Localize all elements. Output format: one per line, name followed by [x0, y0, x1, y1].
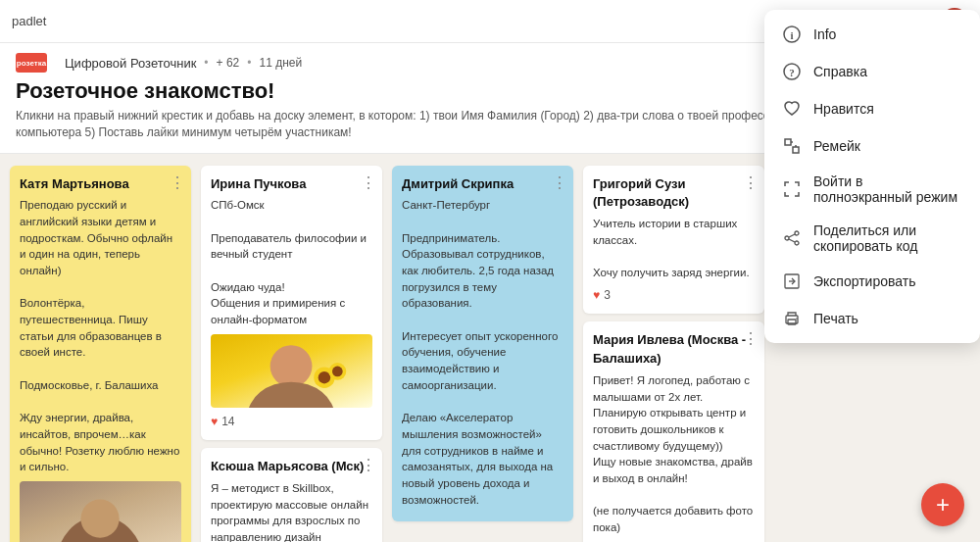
card-image-placeholder — [20, 481, 181, 542]
help-icon: ? — [782, 62, 802, 81]
svg-rect-18 — [785, 139, 791, 145]
remake-icon — [782, 136, 802, 156]
svg-point-23 — [785, 236, 789, 240]
card-menu-button[interactable]: ⋮ — [170, 172, 185, 194]
card-text: Учитель истории в старших классах.Хочу п… — [593, 216, 755, 281]
svg-point-3 — [270, 345, 313, 387]
menu-item-label: Войти в полноэкранный режим — [813, 173, 962, 205]
card-name: Ирина Пучкова — [211, 175, 372, 194]
menu-item-remake[interactable]: Ремейк — [764, 127, 980, 165]
svg-point-31 — [796, 318, 798, 320]
heart-icon: ♥ — [211, 414, 218, 430]
card-text: Я – методист в Skillbox, проектирую масс… — [211, 480, 372, 542]
card-likes: ♥ 3 — [593, 287, 755, 304]
card-name: Ксюша Марьясова (Мск) — [211, 458, 372, 476]
column-2: ⋮ Ирина Пучкова СПб-ОмскПреподаватель фи… — [201, 166, 382, 542]
board-days: 11 дней — [259, 56, 302, 70]
menu-item-label: Ремейк — [813, 138, 860, 154]
fullscreen-icon — [782, 179, 802, 199]
card-name: Григорий Сузи (Петрозаводск) — [593, 175, 755, 213]
column-3: ⋮ Дмитрий Скрипка Санкт-ПетербургПредпри… — [392, 166, 573, 542]
svg-point-24 — [795, 241, 799, 245]
menu-item-print[interactable]: Печать — [764, 300, 980, 337]
info-icon: i — [782, 25, 802, 44]
card-text: Привет! Я логопед, работаю с малышами от… — [593, 372, 755, 536]
menu-item-share[interactable]: Поделиться или скопировать код — [764, 214, 980, 263]
heart-icon — [782, 99, 802, 119]
heart-icon: ♥ — [593, 287, 600, 304]
board-owner-name: Цифровой Розеточник — [65, 56, 196, 71]
svg-text:i: i — [790, 29, 793, 41]
menu-item-like[interactable]: Нравится — [764, 90, 980, 127]
svg-line-25 — [789, 234, 795, 237]
menu-item-info[interactable]: i Info — [764, 16, 980, 53]
svg-point-1 — [80, 499, 119, 537]
column-4: ⋮ Григорий Сузи (Петрозаводск) Учитель и… — [583, 166, 764, 542]
print-icon — [782, 309, 802, 328]
card-menu-button[interactable]: ⋮ — [361, 172, 376, 194]
card-dmitry: ⋮ Дмитрий Скрипка Санкт-ПетербургПредпри… — [392, 166, 573, 522]
column-1: ⋮ Катя Мартьянова Преподаю русский и анг… — [10, 166, 191, 542]
card-name: Мария Ивлева (Москва - Балашиха) — [593, 331, 755, 369]
menu-item-label: Нравится — [813, 101, 874, 117]
card-menu-button[interactable]: ⋮ — [361, 454, 376, 476]
svg-rect-19 — [793, 147, 799, 153]
menu-item-label: Печать — [813, 311, 858, 326]
export-icon — [782, 271, 802, 291]
context-menu: i Info ? Справка Нравится — [764, 10, 980, 343]
board-likes: + 62 — [217, 56, 240, 70]
svg-point-8 — [332, 366, 343, 376]
card-text: СПб-ОмскПреподаватель философии и вечный… — [211, 197, 372, 327]
card-name: Катя Мартьянова — [20, 175, 181, 194]
card-ksyusha: ⋮ Ксюша Марьясова (Мск) Я – методист в S… — [201, 448, 382, 542]
card-menu-button[interactable]: ⋮ — [743, 327, 759, 350]
menu-item-label: Экспортировать — [813, 273, 915, 289]
card-grigory: ⋮ Григорий Сузи (Петрозаводск) Учитель и… — [583, 166, 764, 315]
svg-point-6 — [318, 371, 330, 383]
menu-item-label: Справка — [813, 64, 867, 79]
svg-line-26 — [789, 239, 795, 242]
card-irina: ⋮ Ирина Пучкова СПб-ОмскПреподаватель фи… — [201, 166, 382, 441]
menu-item-export[interactable]: Экспортировать — [764, 263, 980, 300]
menu-item-label: Поделиться или скопировать код — [813, 222, 962, 254]
card-menu-button[interactable]: ⋮ — [552, 172, 567, 194]
card-image-placeholder — [211, 334, 372, 408]
menu-item-label: Info — [813, 26, 836, 42]
fab-add-button[interactable]: + — [921, 483, 964, 526]
svg-text:?: ? — [789, 67, 795, 78]
padlet-logo: padlet — [12, 14, 46, 28]
menu-item-help[interactable]: ? Справка — [764, 53, 980, 90]
svg-point-22 — [795, 231, 799, 235]
card-text: Преподаю русский и английский языки детя… — [20, 197, 181, 474]
menu-item-fullscreen[interactable]: Войти в полноэкранный режим — [764, 165, 980, 214]
board-owner-icon: розетка — [16, 53, 47, 73]
card-menu-button[interactable]: ⋮ — [743, 172, 759, 194]
share-icon — [782, 228, 802, 248]
card-text: Санкт-ПетербургПредприниматель. Образовы… — [402, 197, 564, 508]
card-name: Дмитрий Скрипка — [402, 175, 564, 194]
card-maria: ⋮ Мария Ивлева (Москва - Балашиха) Приве… — [583, 321, 764, 542]
card-likes: ♥ 14 — [211, 414, 372, 430]
card-katya: ⋮ Катя Мартьянова Преподаю русский и анг… — [10, 166, 191, 542]
